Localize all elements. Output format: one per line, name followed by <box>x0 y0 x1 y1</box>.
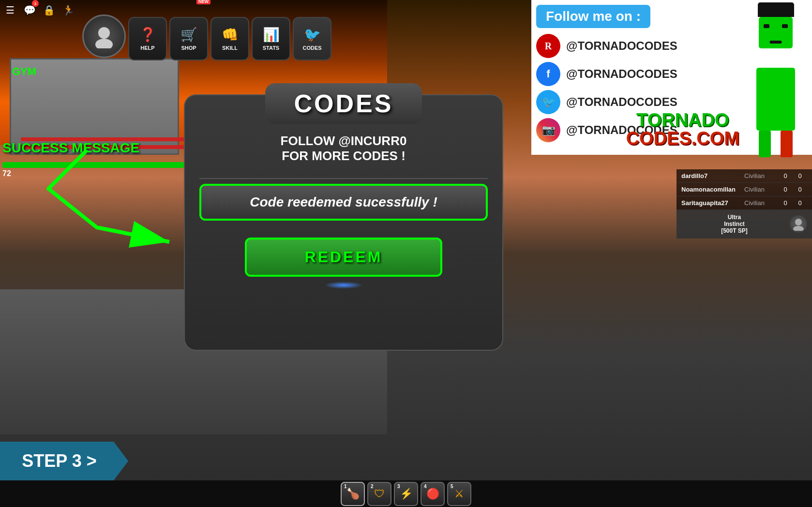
follow-panel: Follow me on : R @TORNADOCODES f @TORNAD… <box>531 0 812 155</box>
codes-title-bar: CODES <box>265 83 422 124</box>
redeem-button[interactable]: REDEEM <box>245 238 443 277</box>
svg-point-4 <box>793 226 804 231</box>
success-message: SUCCESS MESSAGE <box>2 140 139 156</box>
inventory-slot-4[interactable]: 4 🔴 <box>421 482 445 506</box>
svg-point-1 <box>95 39 113 48</box>
stats-button[interactable]: 📊 STATS <box>252 17 290 60</box>
player-score2: 0 <box>793 172 807 179</box>
shop-button[interactable]: 🛒 SHOP <box>169 17 208 60</box>
dialog-glow <box>324 282 363 289</box>
player-rank: Civilian <box>744 172 778 179</box>
level-number: 72 <box>2 169 11 178</box>
skill-btn-wrap: 👊 SKILL <box>211 2 249 60</box>
inventory-slot-2[interactable]: 2 🛡 <box>367 482 391 506</box>
table-row: Noamonacomillan Civilian 0 0 <box>677 183 812 196</box>
dialog-separator <box>199 178 488 179</box>
chat-badge: 1 <box>32 0 39 7</box>
facebook-icon-letter: f <box>546 68 550 80</box>
player-rank: Civilian <box>744 186 778 193</box>
codes-dialog: CODES FOLLOW @INCURR0 FOR MORE CODES ! C… <box>184 94 503 351</box>
codes-button[interactable]: 🐦 CODES <box>293 17 331 60</box>
tornado-logo-line1: TORNADO <box>626 111 739 129</box>
slot-number: 1 <box>344 484 347 489</box>
slot-icon: ⚔ <box>454 488 464 500</box>
ultra-instinct-panel: Ultra Instinct [500T SP] <box>677 210 812 239</box>
player-name: dardillo7 <box>681 172 744 179</box>
slot-icon: ⚡ <box>400 488 413 500</box>
slot-icon: 🔴 <box>426 488 439 500</box>
success-bar <box>2 162 184 168</box>
player-score1: 0 <box>778 172 793 179</box>
tornado-logo: TORNADO CODES.COM <box>626 111 739 148</box>
table-row: dardillo7 Civilian 0 0 <box>677 169 812 183</box>
facebook-handle: @TORNADOCODES <box>566 67 677 81</box>
svg-point-3 <box>795 219 802 225</box>
twitter-icon-symbol: 🐦 <box>542 96 555 108</box>
player-name: Saritaguapita27 <box>681 199 744 207</box>
code-input-area: Code reedemed sucessfully ! <box>199 184 488 221</box>
codes-label: CODES <box>302 45 321 51</box>
ultra-instinct-label: Ultra Instinct [500T SP] <box>681 214 787 234</box>
new-badge: NEW <box>196 0 211 4</box>
inventory-slot-3[interactable]: 3 ⚡ <box>394 482 418 506</box>
player-score1: 0 <box>778 186 793 193</box>
shop-icon: 🛒 <box>180 27 197 43</box>
slot-number: 3 <box>397 484 400 489</box>
stats-btn-wrap: 📊 STATS <box>252 2 290 60</box>
player-name: Noamonacomillan <box>681 186 744 193</box>
slot-number: 5 <box>451 484 453 489</box>
char-leg-left <box>759 131 771 157</box>
instagram-icon-symbol: 📷 <box>542 124 555 136</box>
step-banner: STEP 3 > <box>0 442 114 480</box>
codes-title: CODES <box>294 89 393 118</box>
shop-label: SHOP <box>181 45 196 51</box>
help-button[interactable]: ❓ HELP <box>128 17 167 60</box>
ultra-avatar <box>790 215 807 233</box>
tornado-character <box>744 2 807 123</box>
menu-icon[interactable]: ☰ <box>2 2 18 18</box>
twitter-icon: 🐦 <box>536 90 560 114</box>
person-icon[interactable]: 🏃 <box>60 2 76 18</box>
lock-icon[interactable]: 🔒 <box>41 2 57 18</box>
step-arrow <box>114 442 128 480</box>
skill-button[interactable]: 👊 SKILL <box>211 17 249 60</box>
roblox-icon-letter: R <box>545 41 552 52</box>
char-head <box>759 17 793 48</box>
slot-number: 4 <box>424 484 427 489</box>
player-score2: 0 <box>793 186 807 193</box>
inventory-slot-5[interactable]: 5 ⚔ <box>447 482 471 506</box>
char-leg-right <box>781 131 793 157</box>
chat-icon[interactable]: 💬 1 <box>22 2 37 18</box>
facebook-icon: f <box>536 62 560 86</box>
shop-btn-wrap: NEW 🛒 SHOP <box>169 2 208 60</box>
help-btn-wrap: ❓ HELP <box>128 2 167 60</box>
step-text: STEP 3 > <box>17 451 96 471</box>
skill-icon: 👊 <box>222 27 239 43</box>
char-hat <box>758 2 794 17</box>
player-score1: 0 <box>778 199 793 207</box>
avatar-circle[interactable] <box>82 15 126 58</box>
top-left-hud: ☰ 💬 1 🔒 🏃 <box>2 2 76 18</box>
code-success-text: Code reedemed sucessfully ! <box>213 194 474 210</box>
svg-point-0 <box>98 27 110 39</box>
skill-label: SKILL <box>222 45 238 51</box>
codes-icon: 🐦 <box>304 27 321 43</box>
inventory-bar: 1 🍗 2 🛡 3 ⚡ 4 🔴 5 ⚔ <box>0 480 812 507</box>
slot-icon: 🍗 <box>346 488 360 500</box>
help-label: HELP <box>140 45 154 51</box>
player-rank: Civilian <box>744 199 778 207</box>
leaderboard-panel: dardillo7 Civilian 0 0 Noamonacomillan C… <box>677 169 812 239</box>
roblox-handle: @TORNADOCODES <box>566 39 677 53</box>
twitter-handle: @TORNADOCODES <box>566 95 677 109</box>
tornado-logo-line2: CODES.COM <box>626 129 739 148</box>
roblox-icon: R <box>536 34 560 58</box>
char-body <box>756 68 795 131</box>
player-score2: 0 <box>793 199 807 207</box>
inventory-slot-1[interactable]: 1 🍗 <box>341 482 365 506</box>
follow-header-text: Follow me on : <box>546 9 641 24</box>
help-icon: ❓ <box>139 27 156 43</box>
follow-header: Follow me on : <box>536 5 650 28</box>
stats-icon: 📊 <box>263 27 280 43</box>
instagram-icon: 📷 <box>536 118 560 142</box>
slot-icon: 🛡 <box>374 488 385 500</box>
